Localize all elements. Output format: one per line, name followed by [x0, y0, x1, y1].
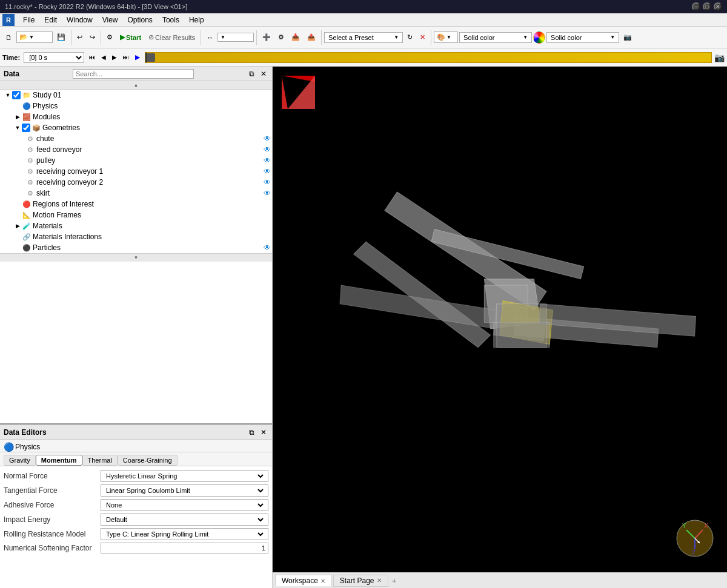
scroll-down-indicator[interactable]: ▼ [0, 253, 272, 262]
tree-item-pulley[interactable]: ⚙ pulley 👁 [0, 155, 272, 166]
workspace-tab-close[interactable]: ✕ [320, 578, 325, 584]
data-search-input[interactable] [73, 69, 194, 79]
color-swatch-button[interactable] [533, 31, 545, 44]
add-geometry-button[interactable]: ➕ [259, 31, 274, 43]
data-panel-expand-button[interactable]: ⧉ [247, 69, 256, 79]
close-button[interactable]: ✕ [714, 2, 722, 11]
menu-window[interactable]: Window [62, 15, 98, 25]
nav-prev-button[interactable]: ◀ [99, 53, 108, 62]
editors-expand-button[interactable]: ⧉ [247, 428, 256, 437]
adhesive-force-select[interactable]: None JKR DMT [104, 501, 265, 509]
tab-momentum[interactable]: Momentum [36, 455, 82, 466]
new-button[interactable]: 🗋 [2, 32, 15, 43]
pulley-visibility-icon[interactable]: 👁 [264, 156, 271, 165]
tree-item-physics[interactable]: 🔵 Physics [0, 101, 272, 111]
skirt-visibility-icon[interactable]: 👁 [264, 189, 271, 197]
normal-force-dropdown[interactable]: Hysteretic Linear Spring Linear Spring H… [101, 470, 268, 482]
menu-help[interactable]: Help [184, 15, 209, 25]
screenshot-button[interactable]: 📷 [620, 31, 635, 43]
clear-results-button[interactable]: ⊘ Clear Results [145, 31, 198, 43]
open-dropdown[interactable]: 📂▼ [16, 31, 53, 43]
workspace-tab-label: Workspace [282, 576, 318, 585]
normal-force-select[interactable]: Hysteretic Linear Spring Linear Spring H… [104, 472, 265, 480]
data-panel-close-button[interactable]: ✕ [259, 69, 268, 79]
tree-item-geometries[interactable]: ▼ 📦 Geometries [0, 122, 272, 133]
tree-item-particles[interactable]: ⚫ Particles 👁 [0, 242, 272, 253]
nav-last-button[interactable]: ⏭ [121, 53, 131, 62]
tree-item-receiving-conveyor-1[interactable]: ⚙ receiving conveyor 1 👁 [0, 166, 272, 177]
export-button[interactable]: 📤 [304, 31, 319, 43]
tree-item-skirt[interactable]: ⚙ skirt 👁 [0, 188, 272, 199]
start-button[interactable]: ▶ Start [117, 31, 144, 43]
tree-item-chute[interactable]: ⚙ chute 👁 [0, 133, 272, 144]
delete-button[interactable]: ✕ [417, 31, 428, 43]
minimize-button[interactable]: ─ [692, 2, 700, 11]
geometry-settings-button[interactable]: ⚙ [275, 31, 287, 43]
study-expand-icon[interactable]: ▼ [4, 92, 12, 98]
tab-gravity[interactable]: Gravity [4, 455, 36, 466]
undo-button[interactable]: ↩ [74, 31, 85, 43]
rolling-resistance-select[interactable]: Type C: Linear Spring Rolling Limit None… [104, 530, 265, 538]
impact-energy-select[interactable]: Default Custom [104, 515, 265, 524]
modules-expand-icon[interactable]: ▶ [13, 114, 22, 120]
play-button[interactable]: ▶ [133, 53, 142, 62]
study-checkbox[interactable] [12, 91, 21, 99]
physics-section[interactable]: 🔵 Physics [4, 442, 44, 452]
tree-item-modules[interactable]: ▶ 🧱 Modules [0, 111, 272, 122]
3d-viewport[interactable]: X Y Z [273, 67, 727, 572]
chute-visibility-icon[interactable]: 👁 [264, 134, 271, 143]
tree-item-receiving-conveyor-2[interactable]: ⚙ receiving conveyor 2 👁 [0, 177, 272, 188]
particles-dropdown[interactable]: ▼ [217, 33, 254, 42]
numerical-softening-input[interactable] [101, 543, 268, 553]
particles-visibility-icon[interactable]: 👁 [264, 243, 271, 252]
geometries-expand-icon[interactable]: ▼ [13, 125, 22, 131]
timeline[interactable] [145, 52, 712, 63]
tab-thermal[interactable]: Thermal [82, 455, 118, 466]
materials-expand-icon[interactable]: ▶ [13, 223, 22, 229]
scroll-up-indicator[interactable]: ▲ [0, 81, 272, 90]
menu-tools[interactable]: Tools [158, 15, 184, 25]
tree-item-study[interactable]: ▼ 📁 Study 01 [0, 90, 272, 101]
tree-item-regions[interactable]: 🔴 Regions of Interest [0, 199, 272, 210]
menu-file[interactable]: File [18, 15, 39, 25]
geometries-checkbox[interactable] [22, 124, 30, 132]
receiving-conveyor-1-visibility-icon[interactable]: 👁 [264, 167, 271, 176]
start-page-tab-label: Start Page [340, 576, 374, 585]
nav-next-button[interactable]: ▶ [110, 53, 119, 62]
preset-dropdown[interactable]: Select a Preset ▼ [324, 32, 403, 43]
menu-view[interactable]: View [98, 15, 123, 25]
redo-button[interactable]: ↪ [87, 31, 98, 43]
solid-color-left-dropdown[interactable]: Solid color ▼ [459, 32, 532, 43]
tree-item-materials[interactable]: ▶ 🧪 Materials [0, 220, 272, 231]
color-settings-dropdown[interactable]: 🎨▼ [434, 31, 458, 43]
maximize-button[interactable]: □ [703, 2, 711, 11]
time-select[interactable]: [0] 0 s [24, 52, 84, 63]
solid-color-right-dropdown[interactable]: Solid color ▼ [546, 32, 619, 43]
view-tab-start-page[interactable]: Start Page ✕ [333, 575, 388, 587]
adhesive-force-dropdown[interactable]: None JKR DMT [101, 499, 268, 511]
snap-button[interactable]: 📷 [714, 53, 725, 62]
import-button[interactable]: 📥 [288, 31, 303, 43]
view-tab-workspace[interactable]: Workspace ✕ [275, 575, 332, 586]
nav-first-button[interactable]: ⏮ [87, 53, 98, 62]
add-tab-button[interactable]: + [390, 576, 399, 586]
save-button[interactable]: 💾 [54, 31, 68, 43]
editors-close-button[interactable]: ✕ [259, 428, 268, 437]
tangential-force-select[interactable]: Linear Spring Coulomb Limit None [104, 486, 265, 495]
receiving-conveyor-2-visibility-icon[interactable]: 👁 [264, 178, 271, 187]
impact-energy-dropdown[interactable]: Default Custom [101, 514, 268, 526]
tree-item-feed-conveyor[interactable]: ⚙ feed conveyor 👁 [0, 144, 272, 155]
feed-conveyor-visibility-icon[interactable]: 👁 [264, 145, 271, 154]
refresh-button[interactable]: ↻ [404, 31, 416, 43]
physics-settings-button[interactable]: ⚙ [104, 31, 116, 43]
rolling-resistance-dropdown[interactable]: Type C: Linear Spring Rolling Limit None… [101, 528, 268, 540]
menu-edit[interactable]: Edit [39, 15, 62, 25]
tree-item-motion-frames[interactable]: 📐 Motion Frames [0, 210, 272, 220]
tab-coarse-graining[interactable]: Coarse-Graining [118, 455, 178, 466]
menu-options[interactable]: Options [123, 15, 158, 25]
tree-item-materials-interactions[interactable]: 🔗 Materials Interactions [0, 231, 272, 242]
study-folder-icon: 📁 [22, 90, 32, 100]
start-page-tab-close[interactable]: ✕ [377, 577, 382, 584]
particles-button[interactable]: ↔ [204, 32, 216, 43]
tangential-force-dropdown[interactable]: Linear Spring Coulomb Limit None [101, 484, 268, 497]
